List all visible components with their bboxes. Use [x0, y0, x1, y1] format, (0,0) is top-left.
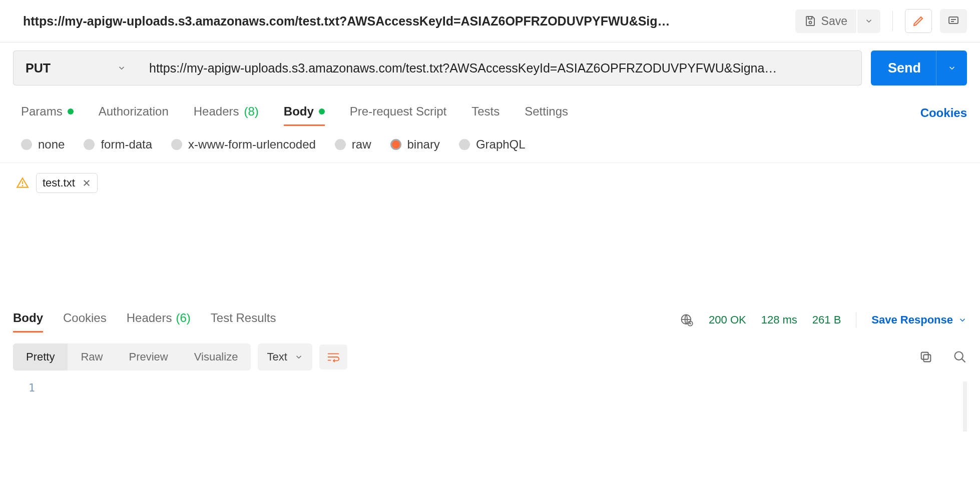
- tab-settings[interactable]: Settings: [525, 100, 568, 126]
- radio-icon: [21, 139, 32, 150]
- view-mode-raw[interactable]: Raw: [68, 344, 116, 370]
- body-type-graphql[interactable]: GraphQL: [459, 138, 526, 152]
- method-value: PUT: [26, 61, 51, 76]
- dot-indicator-icon: [68, 108, 74, 114]
- response-body-text[interactable]: [43, 382, 967, 432]
- pencil-icon: [912, 15, 924, 27]
- body-type-form-data-label: form-data: [101, 138, 152, 152]
- view-mode-preview[interactable]: Preview: [116, 344, 181, 370]
- svg-rect-1: [949, 17, 958, 24]
- status-size: 261 B: [812, 314, 841, 326]
- response-tab-headers-label: Headers: [127, 311, 172, 325]
- tab-body-label: Body: [284, 104, 314, 118]
- body-type-none-label: none: [38, 138, 65, 152]
- response-tab-cookies[interactable]: Cookies: [63, 307, 107, 332]
- save-button[interactable]: Save: [795, 10, 856, 33]
- cookies-link[interactable]: Cookies: [920, 106, 967, 120]
- tab-tests[interactable]: Tests: [471, 100, 500, 126]
- tab-headers-count: (8): [244, 104, 259, 118]
- tab-params[interactable]: Params: [21, 100, 74, 126]
- copy-icon[interactable]: [919, 350, 933, 364]
- response-type-select[interactable]: Text: [258, 344, 312, 370]
- wrap-lines-button[interactable]: [319, 344, 347, 370]
- save-response-button[interactable]: Save Response: [871, 314, 967, 326]
- svg-point-0: [809, 22, 811, 24]
- body-type-form-data[interactable]: form-data: [84, 138, 152, 152]
- warning-icon: [16, 176, 29, 190]
- response-tab-body[interactable]: Body: [13, 307, 43, 332]
- tab-authorization[interactable]: Authorization: [99, 100, 169, 126]
- body-type-binary[interactable]: binary: [390, 138, 440, 152]
- radio-icon: [335, 139, 346, 150]
- divider: [856, 312, 856, 328]
- view-mode-group: Pretty Raw Preview Visualize: [13, 344, 251, 370]
- send-label: Send: [888, 60, 936, 76]
- chevron-down-icon: [947, 64, 956, 72]
- view-mode-pretty[interactable]: Pretty: [13, 344, 68, 370]
- body-type-raw[interactable]: raw: [335, 138, 371, 152]
- network-icon[interactable]: [680, 313, 694, 327]
- edit-button[interactable]: [905, 9, 932, 33]
- svg-rect-12: [923, 354, 930, 362]
- save-response-label: Save Response: [871, 314, 953, 326]
- url-input[interactable]: https://my-apigw-uploads.s3.amazonaws.co…: [137, 50, 862, 86]
- radio-selected-icon: [390, 139, 401, 150]
- close-icon[interactable]: [82, 178, 91, 188]
- svg-point-14: [955, 352, 963, 360]
- view-mode-visualize[interactable]: Visualize: [181, 344, 251, 370]
- radio-icon: [171, 139, 182, 150]
- body-type-raw-label: raw: [352, 138, 371, 152]
- chevron-down-icon: [958, 316, 967, 324]
- line-number: 1: [13, 382, 43, 432]
- search-icon[interactable]: [953, 350, 967, 364]
- save-label: Save: [821, 14, 847, 28]
- response-tab-test-results[interactable]: Test Results: [211, 307, 276, 332]
- body-type-graphql-label: GraphQL: [476, 138, 526, 152]
- request-title: https://my-apigw-uploads.s3.amazonaws.co…: [23, 14, 795, 28]
- send-button[interactable]: Send: [871, 50, 967, 86]
- svg-line-15: [962, 359, 965, 362]
- chevron-down-icon: [864, 16, 873, 26]
- method-select[interactable]: PUT: [13, 50, 137, 86]
- status-time: 128 ms: [761, 314, 797, 326]
- tab-headers[interactable]: Headers (8): [194, 100, 259, 126]
- radio-icon: [84, 139, 95, 150]
- comments-button[interactable]: [940, 9, 967, 33]
- send-dropdown[interactable]: [936, 50, 967, 86]
- comment-icon: [947, 15, 959, 27]
- save-icon: [804, 15, 816, 27]
- tab-body[interactable]: Body: [284, 100, 325, 126]
- dot-indicator-icon: [319, 108, 325, 114]
- response-tab-headers-count: (6): [176, 311, 190, 325]
- svg-point-5: [22, 185, 24, 186]
- divider: [892, 11, 893, 31]
- tab-headers-label: Headers: [194, 104, 239, 118]
- body-type-urlencoded-label: x-www-form-urlencoded: [188, 138, 316, 152]
- radio-icon: [459, 139, 470, 150]
- chevron-down-icon: [294, 352, 303, 362]
- tab-params-label: Params: [21, 104, 63, 118]
- file-chip[interactable]: test.txt: [36, 173, 98, 193]
- file-name: test.txt: [43, 176, 75, 190]
- chevron-down-icon: [117, 64, 126, 72]
- status-code: 200 OK: [709, 314, 746, 326]
- wrap-icon: [327, 352, 340, 362]
- response-tab-headers[interactable]: Headers (6): [127, 307, 191, 332]
- body-type-urlencoded[interactable]: x-www-form-urlencoded: [171, 138, 316, 152]
- response-type-value: Text: [267, 350, 287, 364]
- body-type-binary-label: binary: [407, 138, 440, 152]
- svg-rect-13: [921, 352, 928, 360]
- tab-prerequest[interactable]: Pre-request Script: [350, 100, 446, 126]
- body-type-none[interactable]: none: [21, 138, 65, 152]
- save-dropdown-button[interactable]: [857, 10, 880, 33]
